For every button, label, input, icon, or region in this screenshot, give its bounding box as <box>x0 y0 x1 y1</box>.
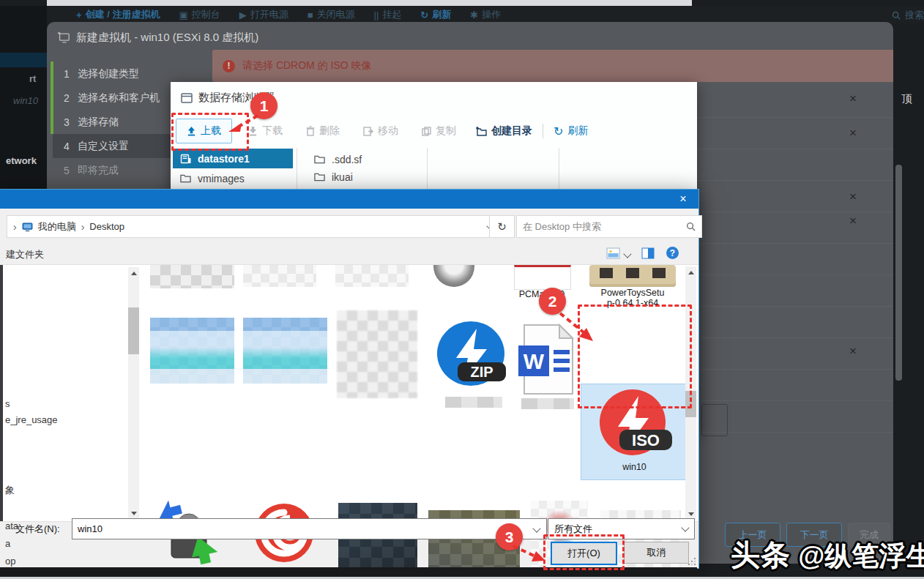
create-directory-button[interactable]: 创建目录 <box>475 124 532 138</box>
blurred-file-label <box>521 398 574 409</box>
back-to-top-hint: 顶 <box>901 92 912 106</box>
folder-icon <box>180 173 191 183</box>
delete-button[interactable]: 删除 <box>306 124 340 138</box>
file-tile-blurred[interactable] <box>243 265 316 287</box>
address-refresh-button[interactable]: ↻ <box>489 215 515 238</box>
file-icon-zip[interactable]: ZIP <box>434 320 513 393</box>
trash-icon <box>306 126 315 136</box>
pause-icon: || <box>374 10 379 20</box>
esxi-vm-toolbar: +创建 / 注册虚拟机 ▣控制台 ▶打开电源 ■关闭电源 ||挂起 ↻刷新 ✱操… <box>47 6 924 23</box>
toolbar-refresh: ↻刷新 <box>420 8 451 21</box>
watermark: 头条 @纵笔浮生 <box>731 535 924 575</box>
dialog-close-button[interactable]: × <box>668 190 698 209</box>
folder-item-ikuai[interactable]: ikuai <box>307 167 424 187</box>
settings-row-divider <box>697 337 893 338</box>
scroll-up-icon[interactable] <box>128 267 139 279</box>
dialog-title-bar[interactable]: × <box>0 190 698 209</box>
search-icon <box>686 222 696 231</box>
datastore-item-vmimages[interactable]: vmimages <box>173 168 293 188</box>
refresh-icon: ↻ <box>420 10 428 20</box>
tree-scrollbar-thumb[interactable] <box>128 307 139 354</box>
search-icon <box>892 11 901 20</box>
annotation-arrow-1 <box>220 110 264 139</box>
resize-grip[interactable] <box>688 557 696 566</box>
remove-device-icon: × <box>849 214 857 228</box>
file-tile-blurred[interactable] <box>150 265 234 288</box>
view-mode-icon[interactable] <box>606 247 620 261</box>
breadcrumb-current[interactable]: Desktop <box>89 221 124 232</box>
remove-device-icon: × <box>849 190 857 204</box>
datastore-item-datastore1[interactable]: datastore1 <box>173 149 293 168</box>
command-bar: 建文件夹 ? <box>0 244 698 264</box>
breadcrumb-chevron: › <box>13 221 17 233</box>
error-close-icon: × <box>893 57 893 72</box>
breadcrumb[interactable]: › 我的电脑 › Desktop <box>7 215 499 238</box>
remove-device-icon: × <box>849 344 857 359</box>
file-tile-blurred[interactable] <box>335 265 409 287</box>
scroll-up-icon[interactable] <box>685 266 696 278</box>
settings-row-divider <box>697 306 893 307</box>
watermark-brand: 头条 <box>731 539 791 571</box>
new-folder-button[interactable]: 建文件夹 <box>6 248 44 261</box>
scroll-down-icon[interactable] <box>128 507 139 519</box>
file-tile-blurred[interactable] <box>337 310 417 398</box>
file-icon-pcmark[interactable] <box>514 265 571 290</box>
watermark-handle: @纵笔浮生 <box>798 541 924 571</box>
filename-input[interactable]: win10 <box>72 518 547 539</box>
settings-row-divider <box>697 117 893 118</box>
toolbar-create-vm: +创建 / 注册虚拟机 <box>76 8 160 21</box>
remove-device-icon: × <box>849 91 857 106</box>
wizard-title: 新建虚拟机 - win10 (ESXi 8.0 虚拟机) <box>57 31 258 45</box>
move-button[interactable]: 移动 <box>363 124 398 138</box>
tree-scrollbar[interactable] <box>128 267 139 519</box>
file-label-win10: win10 <box>581 462 688 472</box>
view-mode-dropdown-icon[interactable] <box>623 250 631 258</box>
sidebar-item-fragment: rt <box>29 73 36 84</box>
this-pc-icon <box>22 223 33 231</box>
remove-device-icon: × <box>849 126 857 141</box>
page-scrollbar-thumb[interactable] <box>895 165 902 381</box>
file-icon-blurred-knob[interactable] <box>433 265 474 287</box>
error-icon: ! <box>223 60 235 72</box>
toolbar-power-on: ▶打开电源 <box>239 8 288 21</box>
cancel-button[interactable]: 取消 <box>624 542 689 564</box>
annotation-box-open <box>543 534 625 570</box>
annotation-arrow-2 <box>553 307 604 348</box>
refresh-icon: ↻ <box>554 124 563 138</box>
filetype-dropdown-icon <box>681 523 689 531</box>
word-letter: W <box>524 349 545 373</box>
tree-item-fragment[interactable]: e_jre_usage <box>5 414 58 425</box>
blurred-file-label <box>445 397 502 408</box>
sidebar-highlight-row <box>0 53 47 67</box>
browser-top-strip <box>47 0 692 6</box>
dimmed-button-outline <box>701 404 728 436</box>
file-tile-blurred[interactable] <box>243 318 327 384</box>
copy-button[interactable]: 复制 <box>422 124 456 138</box>
crop-edge <box>0 265 3 521</box>
screenshot-canvas: +创建 / 注册虚拟机 ▣控制台 ▶打开电源 ■关闭电源 ||挂起 ↻刷新 ✱操… <box>0 0 924 579</box>
wizard-error-banner: ! 请选择 CDROM 的 ISO 映像 × <box>212 50 893 82</box>
tree-item-fragment[interactable]: 象 <box>5 484 15 497</box>
plus-monitor-icon: + <box>76 10 82 20</box>
preview-pane-icon[interactable] <box>641 247 655 261</box>
settings-row-divider <box>697 243 893 244</box>
help-icon[interactable]: ? <box>666 247 679 259</box>
address-row: › 我的电脑 › Desktop ↻ 在 Desktop 中搜索 <box>0 209 698 244</box>
copy-icon <box>422 127 431 136</box>
datastore-browser-icon <box>181 93 193 103</box>
sidebar-vm-name-fragment: win10 <box>13 95 38 106</box>
toolbar-actions: ✱操作 <box>470 8 501 21</box>
filetype-value: 所有文件 <box>554 523 592 536</box>
error-message: 请选择 CDROM 的 ISO 映像 <box>242 59 372 72</box>
datastore-icon <box>180 154 191 164</box>
search-input[interactable]: 在 Desktop 中搜索 <box>516 215 702 238</box>
file-icon-powertoys[interactable] <box>589 265 676 287</box>
filename-value: win10 <box>78 523 103 534</box>
file-tile-blurred[interactable] <box>150 318 234 384</box>
refresh-button[interactable]: ↻ 刷新 <box>554 124 588 138</box>
breadcrumb-root[interactable]: 我的电脑 <box>38 220 76 234</box>
filename-dropdown-icon[interactable] <box>532 524 540 532</box>
folder-item-sdd-sf[interactable]: .sdd.sf <box>307 149 424 169</box>
refresh-icon: ↻ <box>497 220 507 234</box>
tree-item-fragment[interactable]: s <box>5 398 10 409</box>
